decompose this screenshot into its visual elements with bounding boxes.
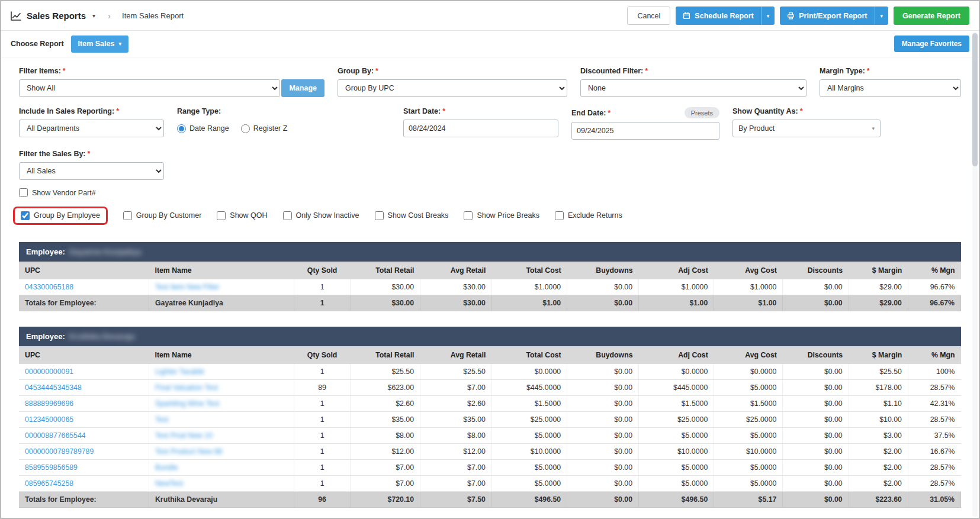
checkbox-input[interactable] xyxy=(217,211,226,220)
print-export-dropdown-toggle[interactable]: ▾ xyxy=(875,7,889,25)
value-cell: $0.00 xyxy=(783,444,849,460)
checkbox-input[interactable] xyxy=(283,211,292,220)
item-name-link-redacted[interactable]: Test Item New Filter xyxy=(155,283,220,291)
totals-value-cell: $223.60 xyxy=(849,492,908,508)
upc-link[interactable]: 8589559856589 xyxy=(25,463,78,472)
option-checkbox-item[interactable]: Show Price Breaks xyxy=(464,211,539,220)
item-name-cell: NewTest xyxy=(149,476,294,492)
required-marker: * xyxy=(116,107,119,115)
scrollbar-thumb[interactable] xyxy=(972,33,978,166)
value-cell: $5.0000 xyxy=(714,380,783,396)
show-quantity-as-dropdown[interactable]: By Product ▾ xyxy=(732,120,881,137)
group-by-select[interactable]: Group By UPC xyxy=(338,79,567,97)
item-name-link-redacted[interactable]: Final Valuation Test xyxy=(155,383,218,392)
value-cell: $8.00 xyxy=(351,428,420,444)
start-date-input[interactable] xyxy=(403,120,558,137)
value-cell: 28.57% xyxy=(908,380,960,396)
item-name-link-redacted[interactable]: Test Product New 88 xyxy=(155,447,222,456)
item-sales-table: UPCItem NameQty SoldTotal RetailAvg Reta… xyxy=(19,346,961,508)
value-cell: $0.00 xyxy=(783,412,849,428)
checkbox-label: Show Cost Breaks xyxy=(388,211,449,220)
schedule-report-split-button: Schedule Report ▾ xyxy=(676,7,775,25)
include-in-sales-label: Include In Sales Reporting:* xyxy=(19,107,164,115)
report-type-dropdown[interactable]: Item Sales ▾ xyxy=(71,36,128,53)
value-cell: $35.00 xyxy=(420,412,492,428)
cancel-button[interactable]: Cancel xyxy=(627,7,670,25)
end-date-input[interactable] xyxy=(571,122,719,140)
range-type-radio-item[interactable]: Date Range xyxy=(177,124,229,133)
chevron-down-icon[interactable]: ▾ xyxy=(92,12,95,19)
generate-report-button[interactable]: Generate Report xyxy=(894,7,969,25)
column-header: Avg Cost xyxy=(714,262,783,279)
checkbox-input[interactable] xyxy=(375,211,384,220)
column-header: Buydowns xyxy=(567,262,639,279)
upc-link[interactable]: 04534445345348 xyxy=(25,383,82,392)
item-name-link-redacted[interactable]: Sparkling Wine Test xyxy=(155,399,219,408)
upc-link[interactable]: 085965745258 xyxy=(25,479,73,488)
checkbox-input[interactable] xyxy=(464,211,473,220)
value-cell: $0.00 xyxy=(567,279,639,295)
employee-header-label: Employee: xyxy=(26,247,65,256)
manage-button[interactable]: Manage xyxy=(281,79,324,97)
option-checkbox-item[interactable]: Only Show Inactive xyxy=(283,211,359,220)
item-sales-report-page: Sales Reports ▾ › Item Sales Report Canc… xyxy=(0,0,980,519)
value-cell: $12.00 xyxy=(351,444,420,460)
range-type-radio-item[interactable]: Register Z xyxy=(241,124,288,133)
totals-value-cell: $496.50 xyxy=(639,492,714,508)
value-cell: $25.50 xyxy=(351,364,420,380)
value-cell: $25.0000 xyxy=(639,412,714,428)
item-name-link-redacted[interactable]: Test xyxy=(155,415,169,424)
option-checkbox-item[interactable]: Show Cost Breaks xyxy=(375,211,449,220)
radio-input[interactable] xyxy=(177,124,186,133)
option-checkbox-item[interactable]: Group By Customer xyxy=(123,211,201,220)
item-name-link-redacted[interactable]: Test Prod New 10 xyxy=(155,431,213,440)
upc-cell: 012345000065 xyxy=(19,412,149,428)
upc-link[interactable]: 888889969696 xyxy=(25,399,73,408)
column-header: Avg Retail xyxy=(420,346,492,364)
vertical-scrollbar[interactable] xyxy=(972,32,978,517)
include-in-sales-select[interactable]: All Departments xyxy=(19,120,164,137)
totals-value-cell: $0.00 xyxy=(567,492,639,508)
upc-link[interactable]: 000008877665544 xyxy=(25,431,86,440)
show-vendor-part-checkbox[interactable] xyxy=(19,188,28,197)
item-name-cell: Bundle xyxy=(149,460,294,476)
manage-favorites-button[interactable]: Manage Favorites xyxy=(894,36,969,52)
checkbox-input[interactable] xyxy=(123,211,132,220)
discounted-filter-select[interactable]: None xyxy=(580,79,807,97)
upc-link[interactable]: 00000000789789789 xyxy=(25,447,94,456)
page-title[interactable]: Sales Reports xyxy=(27,11,86,21)
option-checkbox-item[interactable]: Show QOH xyxy=(217,211,267,220)
value-cell: $0.0000 xyxy=(491,364,567,380)
item-name-link-redacted[interactable]: Lighter Taxable xyxy=(155,368,204,376)
checkbox-input[interactable] xyxy=(555,211,564,220)
column-header: Adj Cost xyxy=(639,346,714,364)
option-checkbox-item[interactable]: Exclude Returns xyxy=(555,211,622,220)
column-header: Adj Cost xyxy=(639,262,714,279)
margin-type-select[interactable]: All Margins xyxy=(820,79,961,97)
value-cell: $0.00 xyxy=(783,380,849,396)
item-name-link-redacted[interactable]: NewTest xyxy=(155,479,183,488)
schedule-report-button[interactable]: Schedule Report xyxy=(676,7,760,25)
required-marker: * xyxy=(645,67,648,75)
upc-cell: 00000000789789789 xyxy=(19,444,149,460)
radio-input[interactable] xyxy=(241,124,250,133)
totals-value-cell: $720.10 xyxy=(351,492,420,508)
item-name-link-redacted[interactable]: Bundle xyxy=(155,463,178,472)
value-cell: 1 xyxy=(294,476,350,492)
employee-name-redacted: Kruthika Devaraju xyxy=(69,332,135,341)
filter-sales-by-select[interactable]: All Sales xyxy=(19,162,164,180)
schedule-report-dropdown-toggle[interactable]: ▾ xyxy=(761,7,775,25)
filter-items-select[interactable]: Show All xyxy=(19,79,280,97)
upc-link[interactable]: 012345000065 xyxy=(25,415,73,424)
print-export-button[interactable]: Print/Export Report xyxy=(780,7,874,25)
show-vendor-part-checkbox-item[interactable]: Show Vendor Part# xyxy=(19,188,961,197)
checkbox-input[interactable] xyxy=(21,211,30,220)
item-name-cell: Test xyxy=(149,412,294,428)
upc-link[interactable]: 000000000091 xyxy=(25,368,73,376)
value-cell: $25.50 xyxy=(420,364,492,380)
upc-link[interactable]: 043300065188 xyxy=(25,283,73,291)
presets-button[interactable]: Presets xyxy=(685,107,719,118)
option-checkbox-item[interactable]: Group By Employee xyxy=(13,207,108,225)
chevron-down-icon: ▾ xyxy=(872,125,875,131)
value-cell: $1.5000 xyxy=(639,396,714,412)
